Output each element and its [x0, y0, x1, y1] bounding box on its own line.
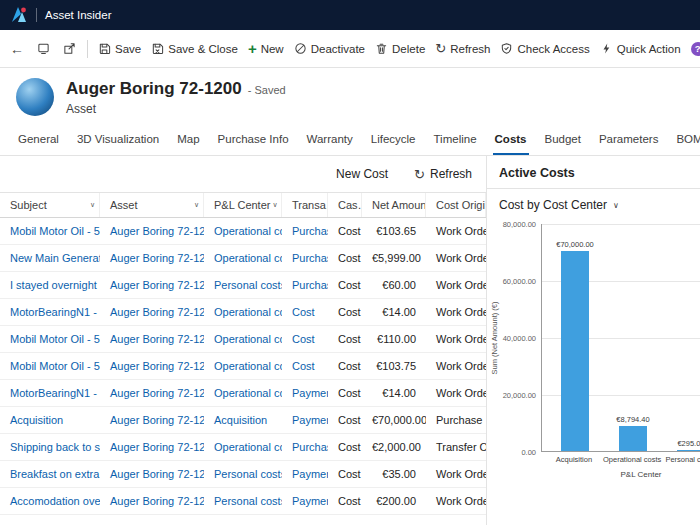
cell[interactable]: Breakfast on extra day. — [0, 468, 100, 480]
y-tick-label: 20,000.00 — [503, 391, 536, 400]
column-header[interactable]: Transa…∨ — [282, 193, 328, 217]
table-row[interactable]: Breakfast on extra day.Auger Boring 72-1… — [0, 461, 486, 488]
bar[interactable] — [677, 450, 700, 451]
cell[interactable]: Auger Boring 72-1200. — [100, 252, 204, 264]
cell[interactable]: Auger Boring 72-1200. — [100, 279, 204, 291]
table-row[interactable]: MotorBearingN1 - 1 urAuger Boring 72-120… — [0, 380, 486, 407]
tab-lifecycle[interactable]: Lifecycle — [369, 124, 418, 155]
table-row[interactable]: Mobil Motor Oil - 5Auger Boring 72-1200.… — [0, 353, 486, 380]
cell[interactable]: Personal costs. — [204, 279, 282, 291]
table-row[interactable]: New Main Generator wAuger Boring 72-1200… — [0, 245, 486, 272]
cell[interactable]: Payment — [282, 495, 328, 507]
cell[interactable]: Shipping back to site — [0, 441, 100, 453]
column-header[interactable]: Asset∨ — [100, 193, 204, 217]
x-axis-labels: AcquisitionOperational costsPersonal cos… — [541, 455, 700, 464]
table-row[interactable]: Mobil Motor Oil - 5Auger Boring 72-1200.… — [0, 218, 486, 245]
cell[interactable]: Auger Boring 72-1200. — [100, 225, 204, 237]
form-pane-button[interactable] — [30, 35, 56, 63]
cell[interactable]: Operational co — [204, 441, 282, 453]
cell[interactable]: Purchase — [282, 252, 328, 264]
cell[interactable]: Auger Boring 72-1200. — [100, 306, 204, 318]
cell[interactable]: Purchase — [282, 225, 328, 237]
save-button[interactable]: Save — [94, 37, 145, 60]
cell[interactable]: Acquisition — [204, 414, 282, 426]
table-row[interactable]: MotorBearingN1 - 1 urAuger Boring 72-120… — [0, 299, 486, 326]
cell[interactable]: Operational co — [204, 252, 282, 264]
check-access-button[interactable]: Check Access — [496, 37, 593, 60]
cell[interactable]: Auger Boring 72-1200. — [100, 468, 204, 480]
tab-parameters[interactable]: Parameters — [597, 124, 660, 155]
table-row[interactable]: Shipping back to siteAuger Boring 72-120… — [0, 434, 486, 461]
column-header[interactable]: Cost Origin∨ — [426, 193, 486, 217]
bar[interactable] — [619, 426, 647, 451]
tab-general[interactable]: General — [16, 124, 61, 155]
cell[interactable]: Auger Boring 72-1200. — [100, 387, 204, 399]
deactivate-button[interactable]: Deactivate — [290, 37, 369, 60]
cell[interactable]: Operational co — [204, 225, 282, 237]
refresh-button[interactable]: ↻ Refresh — [431, 37, 494, 60]
chart-view-selector[interactable]: Cost by Cost Center ∨ — [487, 189, 700, 214]
cell[interactable]: Payment — [282, 387, 328, 399]
cell[interactable]: MotorBearingN1 - 1 ur — [0, 387, 100, 399]
tab-costs[interactable]: Costs — [493, 124, 529, 155]
column-header[interactable]: P&L Center∨ — [204, 193, 282, 217]
tab-warranty[interactable]: Warranty — [305, 124, 355, 155]
cell[interactable]: Auger Boring 72-1200. — [100, 495, 204, 507]
back-button[interactable]: ← — [4, 35, 30, 63]
plus-icon: + — [248, 44, 257, 54]
column-header[interactable]: Subject∨ — [0, 193, 100, 217]
popout-button[interactable] — [56, 35, 82, 63]
cell[interactable]: Mobil Motor Oil - 5 — [0, 333, 100, 345]
delete-button[interactable]: Delete — [371, 37, 429, 60]
cell[interactable]: Auger Boring 72-1200. — [100, 441, 204, 453]
cell[interactable]: Operational co — [204, 333, 282, 345]
tab-budget[interactable]: Budget — [543, 124, 583, 155]
cell[interactable]: Personal costs. — [204, 468, 282, 480]
tab-map[interactable]: Map — [175, 124, 201, 155]
save-and-close-icon — [151, 42, 164, 55]
cell[interactable]: Cost — [282, 306, 328, 318]
tab-bom[interactable]: BOM — [674, 124, 700, 155]
cell[interactable]: Payment — [282, 414, 328, 426]
table-row[interactable]: Mobil Motor Oil - 5Auger Boring 72-1200.… — [0, 326, 486, 353]
tab-3d-visualization[interactable]: 3D Visualization — [75, 124, 161, 155]
table-row[interactable]: Accomodation overnigAuger Boring 72-1200… — [0, 488, 486, 515]
tab-timeline[interactable]: Timeline — [432, 124, 479, 155]
cell[interactable]: MotorBearingN1 - 1 ur — [0, 306, 100, 318]
tab-purchase-info[interactable]: Purchase Info — [216, 124, 291, 155]
column-header[interactable]: Net Amount∨ — [362, 193, 426, 217]
save-and-close-button[interactable]: Save & Close — [147, 37, 242, 60]
grid-refresh-button[interactable]: ↻ Refresh — [414, 167, 472, 181]
how-to-button[interactable]: ? How T — [687, 37, 700, 61]
new-cost-button[interactable]: New Cost — [336, 167, 388, 181]
record-avatar[interactable] — [16, 78, 54, 116]
column-header[interactable]: Cas…∨ — [328, 193, 362, 217]
y-tick-label: 60,000.00 — [503, 277, 536, 286]
lightning-icon — [600, 42, 613, 55]
cell[interactable]: Payment — [282, 468, 328, 480]
cell[interactable]: Purchase — [282, 441, 328, 453]
cell[interactable]: I stayed overnight at a — [0, 279, 100, 291]
cell[interactable]: Cost — [282, 333, 328, 345]
cell[interactable]: Acquisition — [0, 414, 100, 426]
cell[interactable]: Operational co — [204, 360, 282, 372]
new-button[interactable]: + New — [244, 38, 288, 60]
cell[interactable]: Operational co — [204, 306, 282, 318]
cell[interactable]: Operational co — [204, 387, 282, 399]
cell[interactable]: Mobil Motor Oil - 5 — [0, 225, 100, 237]
chart-section-title: Active Costs — [487, 156, 700, 189]
cell[interactable]: Personal costs. — [204, 495, 282, 507]
cell[interactable]: Purchase — [282, 279, 328, 291]
table-row[interactable]: AcquisitionAuger Boring 72-1200.Acquisit… — [0, 407, 486, 434]
cell[interactable]: Accomodation overnig — [0, 495, 100, 507]
quick-action-button[interactable]: Quick Action — [596, 37, 685, 60]
cell[interactable]: New Main Generator w — [0, 252, 100, 264]
cell[interactable]: Auger Boring 72-1200. — [100, 360, 204, 372]
cell: €14.00 — [362, 306, 426, 318]
cell[interactable]: Cost — [282, 360, 328, 372]
cell[interactable]: Auger Boring 72-1200. — [100, 333, 204, 345]
cell[interactable]: Mobil Motor Oil - 5 — [0, 360, 100, 372]
table-row[interactable]: I stayed overnight at aAuger Boring 72-1… — [0, 272, 486, 299]
bar[interactable] — [561, 251, 589, 451]
cell[interactable]: Auger Boring 72-1200. — [100, 414, 204, 426]
